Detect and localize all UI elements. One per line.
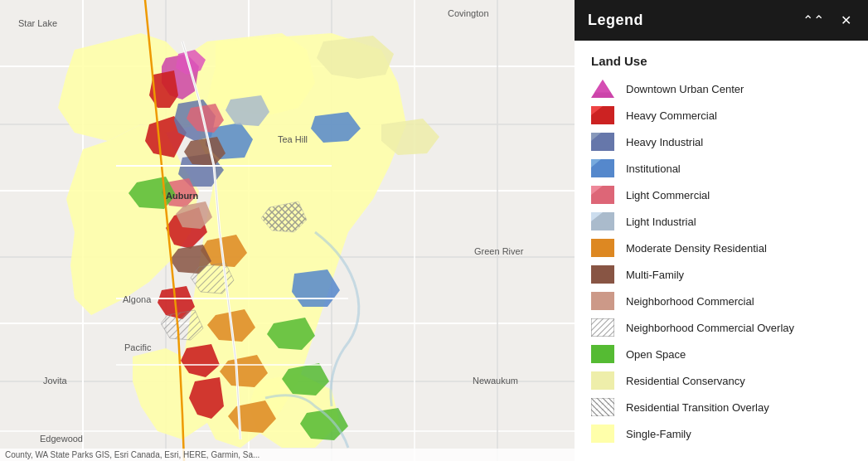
legend-label-downtown-urban-center: Downtown Urban Center <box>626 83 744 95</box>
legend-swatch-residential-conservancy <box>591 371 614 390</box>
legend-close-button[interactable]: ✕ <box>837 12 855 29</box>
legend-label-heavy-commercial: Heavy Commercial <box>626 109 717 122</box>
legend-swatch-residential-transition-overlay <box>591 398 614 416</box>
map-label-jovita: Jovita <box>43 376 67 386</box>
legend-swatch-downtown-urban-center <box>591 80 614 98</box>
legend-item-moderate-density-residential: Moderate Density Residential <box>591 239 851 257</box>
svg-rect-73 <box>591 318 614 337</box>
map-attribution: County, WA State Parks GIS, Esri Canada,… <box>0 449 575 461</box>
legend-label-heavy-industrial: Heavy Industrial <box>626 136 703 148</box>
legend-label-moderate-density-residential: Moderate Density Residential <box>626 242 767 255</box>
legend-swatch-open-space <box>591 345 614 363</box>
map-label-starlake: Star Lake <box>18 18 57 28</box>
legend-section-title: Land Use <box>591 54 851 68</box>
svg-rect-74 <box>591 345 614 363</box>
legend-item-light-commercial: Light Commercial <box>591 186 851 204</box>
svg-rect-79 <box>591 398 614 416</box>
map-label-teahill: Tea Hill <box>278 134 308 144</box>
legend-item-multi-family: Multi-Family <box>591 265 851 284</box>
legend-item-light-industrial: Light Industrial <box>591 212 851 230</box>
legend-panel: Legend ⌃⌃ ✕ Land Use Downtown Urban Cent… <box>575 0 868 461</box>
legend-swatch-heavy-commercial <box>591 106 614 124</box>
legend-label-neighborhood-commercial: Neighborhood Commercial <box>626 295 754 308</box>
legend-label-light-industrial: Light Industrial <box>626 216 696 228</box>
legend-swatch-single-family <box>591 425 614 443</box>
legend-swatch-neighborhood-commercial <box>591 292 614 310</box>
map-label-newaukum: Newaukum <box>473 376 518 386</box>
legend-swatch-institutional <box>591 159 614 177</box>
legend-items: Downtown Urban Center Heavy Commercial H… <box>591 80 851 443</box>
legend-label-residential-conservancy: Residential Conservancy <box>626 375 745 387</box>
legend-swatch-neighborhood-commercial-overlay <box>591 318 614 337</box>
legend-label-light-commercial: Light Commercial <box>626 189 710 201</box>
legend-label-open-space: Open Space <box>626 348 686 361</box>
legend-header-controls: ⌃⌃ ✕ <box>799 12 855 29</box>
legend-body: Land Use Downtown Urban Center Heavy Com… <box>575 41 868 461</box>
legend-item-neighborhood-commercial-overlay: Neighborhood Commercial Overlay <box>591 318 851 337</box>
map-label-pacific: Pacific <box>124 342 151 352</box>
legend-item-institutional: Institutional <box>591 159 851 177</box>
legend-swatch-moderate-density-residential <box>591 239 614 257</box>
legend-label-institutional: Institutional <box>626 163 681 175</box>
map-label-algona: Algona <box>123 294 151 304</box>
legend-label-single-family: Single-Family <box>626 428 691 440</box>
map-label-greenriver: Green River <box>474 246 523 256</box>
legend-swatch-light-commercial <box>591 186 614 204</box>
legend-item-single-family: Single-Family <box>591 425 851 443</box>
svg-rect-70 <box>591 265 614 284</box>
svg-rect-69 <box>591 239 614 257</box>
svg-rect-75 <box>591 371 614 390</box>
map-label-edgewood: Edgewood <box>40 434 83 444</box>
legend-swatch-heavy-industrial <box>591 133 614 151</box>
legend-item-downtown-urban-center: Downtown Urban Center <box>591 80 851 98</box>
legend-item-residential-conservancy: Residential Conservancy <box>591 371 851 390</box>
legend-title: Legend <box>588 12 643 29</box>
legend-label-multi-family: Multi-Family <box>626 269 684 281</box>
legend-item-heavy-commercial: Heavy Commercial <box>591 106 851 124</box>
map-label-covington: Covington <box>448 8 489 18</box>
legend-label-neighborhood-commercial-overlay: Neighborhood Commercial Overlay <box>626 322 794 334</box>
svg-rect-80 <box>591 425 614 443</box>
legend-collapse-button[interactable]: ⌃⌃ <box>799 12 827 29</box>
legend-item-heavy-industrial: Heavy Industrial <box>591 133 851 151</box>
map-label-auburn: Auburn <box>166 191 198 201</box>
legend-item-open-space: Open Space <box>591 345 851 363</box>
legend-label-residential-transition-overlay: Residential Transition Overlay <box>626 401 769 414</box>
svg-marker-58 <box>594 80 611 92</box>
legend-item-neighborhood-commercial: Neighborhood Commercial <box>591 292 851 310</box>
legend-header: Legend ⌃⌃ ✕ <box>575 0 868 41</box>
map-container: Star Lake Covington Auburn Tea Hill Algo… <box>0 0 575 461</box>
svg-rect-71 <box>591 292 614 310</box>
legend-swatch-multi-family <box>591 265 614 284</box>
legend-item-residential-transition-overlay: Residential Transition Overlay <box>591 398 851 416</box>
legend-swatch-light-industrial <box>591 212 614 230</box>
